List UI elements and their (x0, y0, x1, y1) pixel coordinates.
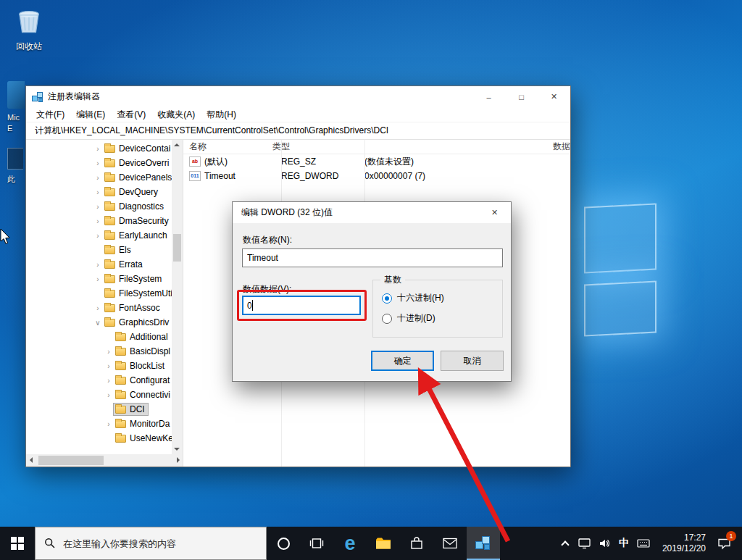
tree-expander-icon[interactable]: › (104, 420, 114, 428)
search-input[interactable] (63, 538, 266, 549)
tree-item[interactable]: › FileSystem (26, 272, 172, 286)
tree-vertical-scrollbar[interactable] (172, 140, 183, 454)
file-explorer-button[interactable] (367, 527, 400, 560)
mail-icon (443, 538, 457, 549)
value-name: Timeout (204, 171, 281, 181)
menu-item[interactable]: 帮助(H) (201, 107, 242, 122)
tree-horizontal-scrollbar[interactable] (26, 454, 183, 467)
menu-item[interactable]: 编辑(E) (70, 107, 111, 122)
menu-item[interactable]: 查看(V) (111, 107, 151, 122)
tree-expander-icon[interactable]: › (93, 203, 103, 211)
tree-item[interactable]: Els (26, 243, 172, 257)
tree-expander-icon[interactable]: › (104, 391, 114, 399)
tree-item[interactable]: › Configurat (26, 373, 172, 388)
value-name-field[interactable] (242, 248, 503, 267)
tree-item[interactable]: › DeviceContai (26, 141, 172, 156)
scroll-left-icon[interactable] (30, 457, 33, 463)
ime-indicator[interactable]: 中 (614, 527, 633, 560)
tree-item[interactable]: › DeviceOverri (26, 156, 172, 170)
tree-item[interactable]: › MonitorDa (26, 417, 172, 431)
address-input[interactable] (26, 122, 570, 139)
column-header[interactable]: 名称 (189, 140, 272, 154)
radio-button-icon[interactable] (382, 293, 392, 304)
dialog-close-button[interactable]: ✕ (478, 202, 511, 224)
scrollbar-thumb[interactable] (173, 234, 181, 262)
value-type-icon: 011 (189, 171, 201, 181)
tree-item[interactable]: › DmaSecurity (26, 214, 172, 228)
folder-icon (115, 435, 126, 443)
cortana-button[interactable] (267, 527, 300, 560)
task-view-button[interactable] (300, 527, 333, 560)
taskbar-clock[interactable]: 17:27 2019/12/20 (654, 527, 709, 560)
tree-item[interactable]: › BasicDispl (26, 344, 172, 359)
close-button[interactable]: ✕ (538, 86, 570, 107)
menu-item[interactable]: 收藏夹(A) (151, 107, 201, 122)
tree-item[interactable]: › FontAssoc (26, 301, 172, 315)
title-bar[interactable]: 注册表编辑器 – □ ✕ (26, 86, 570, 107)
tree-expander-icon[interactable]: › (104, 377, 114, 385)
mouse-cursor (0, 228, 12, 246)
registry-value-row[interactable]: ab (默认) REG_SZ (数值未设置) (183, 154, 570, 169)
tree-item[interactable]: › Connectivi (26, 388, 172, 402)
network-tray-icon[interactable] (574, 527, 594, 560)
desktop-icon-edge-partial[interactable]: Mic E (7, 81, 25, 134)
tree-item-label: GraphicsDriv (119, 317, 169, 327)
column-header[interactable]: 数据 (553, 140, 570, 154)
tree-expander-icon[interactable]: › (93, 232, 103, 240)
tree-item[interactable]: › Diagnostics (26, 199, 172, 214)
regedit-taskbar-button[interactable] (467, 527, 500, 560)
tree-item[interactable]: › Errata (26, 257, 172, 272)
scroll-up-icon[interactable] (174, 143, 180, 146)
tree-expander-icon[interactable]: › (93, 217, 103, 225)
volume-tray-icon[interactable] (594, 527, 614, 560)
decimal-radio[interactable]: 十进制(D) (382, 312, 435, 325)
taskbar-search[interactable] (35, 527, 267, 560)
tree-expander-icon[interactable]: › (93, 174, 103, 182)
registry-value-row[interactable]: 011 Timeout REG_DWORD 0x00000007 (7) (183, 169, 570, 183)
column-header[interactable]: 类型 (272, 140, 553, 154)
tree-expander-icon[interactable]: › (93, 275, 103, 283)
cancel-button[interactable]: 取消 (441, 351, 504, 371)
tree-item[interactable]: ∨ GraphicsDriv (26, 315, 172, 330)
dialog-title-bar[interactable]: 编辑 DWORD (32 位)值 ✕ (233, 202, 511, 223)
tree-item-label: FileSystem (119, 274, 162, 284)
tree-item[interactable]: › EarlyLaunch (26, 228, 172, 243)
tree-expander-icon[interactable]: › (93, 159, 103, 167)
touch-keyboard-tray-icon[interactable] (633, 527, 654, 560)
edge-button[interactable]: e (333, 527, 367, 560)
tree-item[interactable]: Additional (26, 330, 172, 344)
maximize-button[interactable]: □ (505, 86, 538, 107)
scroll-down-icon[interactable] (174, 448, 180, 451)
scroll-right-icon[interactable] (177, 457, 180, 463)
tree-item[interactable]: FileSystemUti (26, 286, 172, 301)
value-data-field[interactable] (242, 296, 361, 315)
tree-item-label: DevicePanels (119, 172, 172, 183)
menu-item[interactable]: 文件(F) (30, 107, 70, 122)
minimize-button[interactable]: – (472, 86, 505, 107)
tree-item[interactable]: › DevicePanels (26, 170, 172, 185)
tree-expander-icon[interactable]: › (93, 145, 103, 153)
tree-item[interactable]: DCI (26, 402, 172, 417)
start-button[interactable] (0, 527, 35, 560)
scrollbar-thumb[interactable] (38, 456, 104, 465)
tree-expander-icon[interactable]: › (93, 261, 103, 269)
mail-button[interactable] (433, 527, 467, 560)
hexadecimal-radio[interactable]: 十六进制(H) (382, 292, 444, 304)
ok-button[interactable]: 确定 (371, 351, 434, 371)
radio-button-icon[interactable] (382, 314, 392, 324)
tree-expander-icon[interactable]: ∨ (93, 319, 103, 327)
tree-item[interactable]: › DevQuery (26, 185, 172, 199)
tree-item[interactable]: UseNewKe (26, 431, 172, 446)
tree-expander-icon[interactable]: › (93, 304, 103, 312)
tray-expand-button[interactable] (556, 527, 574, 560)
action-center-button[interactable]: 1 (709, 527, 739, 560)
tree-expander-icon[interactable]: › (104, 348, 114, 356)
edge-icon: e (344, 534, 355, 553)
edge-icon (7, 81, 25, 109)
tree-expander-icon[interactable]: › (104, 362, 114, 370)
desktop-icon-thispc-partial[interactable]: 此 (7, 148, 23, 185)
tree-expander-icon[interactable]: › (93, 188, 103, 196)
tree-item[interactable]: › BlockList (26, 359, 172, 373)
recycle-bin-icon[interactable]: 回收站 (6, 6, 52, 53)
store-button[interactable] (400, 527, 433, 560)
